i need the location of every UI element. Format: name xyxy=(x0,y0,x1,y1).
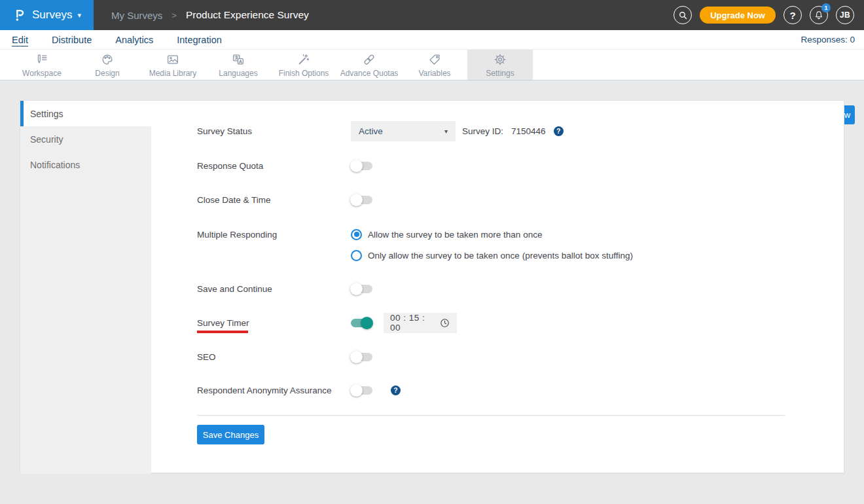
breadcrumb-my-surveys[interactable]: My Surveys xyxy=(111,10,162,21)
question-mark-icon: ? xyxy=(789,10,795,21)
user-avatar[interactable]: JB xyxy=(836,6,854,24)
toolbar-item-variables[interactable]: Variables xyxy=(402,50,467,80)
respondent-anonymity-label: Respondent Anonymity Assurance xyxy=(197,386,351,395)
notification-count-badge: 1 xyxy=(821,3,831,12)
close-date-time-label: Close Date & Time xyxy=(197,195,351,205)
radio-allow-multiple-label: Allow the survey to be taken more than o… xyxy=(368,230,542,240)
questionpro-logo-icon xyxy=(12,7,27,23)
toggle-knob xyxy=(350,384,363,397)
toolbar-item-label: Design xyxy=(95,69,119,78)
search-button[interactable] xyxy=(674,6,692,24)
seo-toggle[interactable] xyxy=(351,353,372,361)
toggle-knob xyxy=(350,283,363,295)
notifications-button[interactable]: 1 xyxy=(810,6,828,24)
survey-timer-label: Survey Timer xyxy=(197,318,351,328)
survey-nav-tabs: Edit Distribute Analytics Integration Re… xyxy=(0,30,864,50)
media-library-icon xyxy=(166,52,180,67)
response-quota-row: Response Quota xyxy=(197,155,372,176)
toolbar-item-media-library[interactable]: Media Library xyxy=(140,50,206,80)
sidebar-item-label: Settings xyxy=(30,109,63,119)
toolbar-item-label: Variables xyxy=(418,69,450,78)
help-button[interactable]: ? xyxy=(783,6,802,24)
sidebar-item-security[interactable]: Security xyxy=(20,126,151,152)
workspace-icon xyxy=(35,52,49,67)
close-date-time-row: Close Date & Time xyxy=(197,189,372,210)
toolbar-item-label: Finish Options xyxy=(279,69,329,78)
respondent-anonymity-help-icon[interactable]: ? xyxy=(391,386,401,395)
toggle-knob xyxy=(350,160,363,172)
sidebar-item-label: Security xyxy=(30,134,63,145)
breadcrumb-separator: > xyxy=(171,10,177,20)
toggle-knob xyxy=(361,317,373,329)
header-actions: Upgrade Now ? 1 JB xyxy=(674,6,864,24)
survey-id-value: 7150446 xyxy=(511,126,546,136)
seo-row: SEO xyxy=(197,346,372,367)
toolbar-item-languages[interactable]: Languages xyxy=(206,50,271,80)
toggle-knob xyxy=(350,351,363,363)
toolbar-item-design[interactable]: Design xyxy=(75,50,140,80)
clock-icon xyxy=(439,317,450,329)
radio-allow-multiple[interactable] xyxy=(351,229,362,240)
tab-edit[interactable]: Edit xyxy=(12,35,28,45)
survey-status-dropdown[interactable]: Active ▾ xyxy=(351,121,456,141)
multiple-responding-label: Multiple Responding xyxy=(197,230,351,240)
radio-only-once[interactable] xyxy=(351,250,362,261)
upgrade-now-button[interactable]: Upgrade Now xyxy=(700,7,776,24)
app-menu-surveys[interactable]: Surveys ▾ xyxy=(0,0,94,30)
tab-distribute[interactable]: Distribute xyxy=(52,35,92,45)
finish-options-icon xyxy=(297,52,311,67)
toolbar-item-label: Languages xyxy=(219,69,257,78)
variables-icon xyxy=(427,52,442,67)
seo-label: SEO xyxy=(197,352,351,362)
advance-quotas-icon xyxy=(362,52,376,67)
breadcrumb: My Surveys > Product Experience Survey xyxy=(111,9,309,21)
toolbar-item-label: Settings xyxy=(486,69,514,78)
search-icon xyxy=(678,10,688,20)
toolbar-item-settings[interactable]: Settings xyxy=(467,50,533,80)
form-divider xyxy=(197,415,785,416)
tab-analytics[interactable]: Analytics xyxy=(115,35,153,45)
toggle-knob xyxy=(350,194,363,206)
sidebar-item-notifications[interactable]: Notifications xyxy=(20,152,151,177)
toolbar-item-finish-options[interactable]: Finish Options xyxy=(271,50,336,80)
multiple-responding-option2-row: Only allow the survey to be taken once (… xyxy=(197,245,633,266)
toolbar-item-workspace[interactable]: Workspace xyxy=(9,50,75,80)
toolbar-item-label: Workspace xyxy=(22,69,62,78)
save-and-continue-row: Save and Continue xyxy=(197,278,372,299)
survey-id-group: Survey ID: 7150446 ? xyxy=(462,126,564,136)
save-and-continue-label: Save and Continue xyxy=(197,284,351,294)
response-quota-label: Response Quota xyxy=(197,161,351,171)
response-quota-toggle[interactable] xyxy=(351,162,372,170)
sidebar-item-label: Notifications xyxy=(30,160,80,170)
top-header-bar: Surveys ▾ My Surveys > Product Experienc… xyxy=(0,0,864,30)
settings-icon xyxy=(493,52,507,67)
respondent-anonymity-toggle[interactable] xyxy=(351,386,372,395)
save-changes-button[interactable]: Save Changes xyxy=(197,425,264,444)
toolbar-item-label: Advance Quotas xyxy=(340,69,399,78)
sidebar-item-settings[interactable]: Settings xyxy=(20,101,151,126)
survey-timer-toggle[interactable] xyxy=(351,319,372,327)
languages-icon xyxy=(231,52,245,67)
multiple-responding-row: Multiple Responding Allow the survey to … xyxy=(197,224,542,245)
responses-count: Responses: 0 xyxy=(801,35,855,45)
toolbar-item-advance-quotas[interactable]: Advance Quotas xyxy=(336,50,402,80)
settings-sidebar xyxy=(20,126,151,474)
respondent-anonymity-row: Respondent Anonymity Assurance ? xyxy=(197,380,401,401)
survey-timer-duration-field[interactable]: 00 : 15 : 00 xyxy=(384,313,457,333)
tab-integration[interactable]: Integration xyxy=(177,35,222,45)
page-title: Product Experience Survey xyxy=(186,9,309,21)
chevron-down-icon: ▾ xyxy=(77,11,81,20)
edit-toolbar: Workspace Design Media Library Languages xyxy=(0,50,864,81)
survey-status-row: Survey Status Active ▾ Survey ID: 715044… xyxy=(197,120,564,141)
survey-id-help-icon[interactable]: ? xyxy=(554,126,564,136)
survey-timer-red-annotation xyxy=(197,331,248,333)
radio-only-once-label: Only allow the survey to be taken once (… xyxy=(368,251,633,261)
settings-panel: Settings Security Notifications Survey S… xyxy=(20,100,844,473)
save-and-continue-toggle[interactable] xyxy=(351,285,372,293)
toolbar-item-label: Media Library xyxy=(149,69,197,78)
survey-id-label: Survey ID: xyxy=(462,126,503,136)
design-icon xyxy=(100,52,115,67)
close-date-time-toggle[interactable] xyxy=(351,196,372,204)
chevron-down-icon: ▾ xyxy=(444,128,448,135)
app-menu-label: Surveys xyxy=(32,9,72,22)
